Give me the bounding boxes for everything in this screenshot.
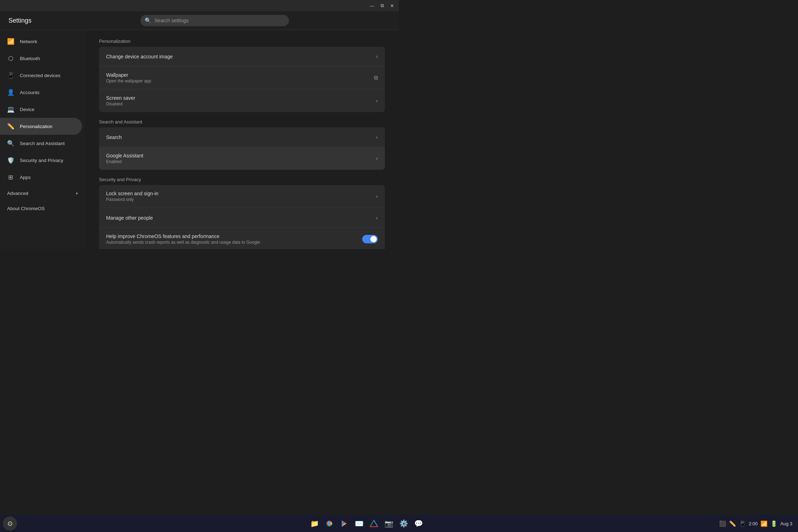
row-content-manage-other-people: Manage other people bbox=[106, 215, 372, 221]
row-sub-lock-screen: Password only bbox=[106, 197, 372, 202]
chevron-right-icon-4: › bbox=[376, 155, 378, 162]
personalization-card: Change device account image › Wallpaper … bbox=[99, 47, 385, 112]
search-icon: 🔍 bbox=[145, 17, 151, 24]
row-title-help-improve: Help improve ChromeOS features and perfo… bbox=[106, 233, 358, 239]
sidebar-item-about[interactable]: About ChromeOS bbox=[0, 201, 85, 216]
sidebar-item-connected-devices[interactable]: 📱 Connected devices bbox=[0, 67, 82, 84]
sidebar-item-apps[interactable]: ⊞ Apps bbox=[0, 169, 82, 186]
sidebar-item-device[interactable]: 💻 Device bbox=[0, 101, 82, 118]
row-change-device-account-image[interactable]: Change device account image › bbox=[99, 47, 385, 66]
sidebar-label-advanced: Advanced bbox=[7, 191, 28, 196]
body: 📶 Network ⬡ Bluetooth 📱 Connected device… bbox=[0, 30, 399, 249]
row-sub-google-assistant: Enabled bbox=[106, 159, 372, 164]
chevron-right-icon-3: › bbox=[376, 134, 378, 140]
laptop-icon: 💻 bbox=[7, 106, 14, 113]
app-container: Settings 🔍 📶 Network ⬡ Bluetooth 📱 Conne… bbox=[0, 11, 399, 249]
row-content-search: Search bbox=[106, 134, 372, 140]
row-title-search: Search bbox=[106, 134, 372, 140]
row-sub-screen-saver: Disabled bbox=[106, 102, 372, 106]
sidebar-label-connected-devices: Connected devices bbox=[20, 73, 60, 78]
row-title-lock-screen: Lock screen and sign-in bbox=[106, 191, 372, 196]
sidebar-label-search-and-assistant: Search and Assistant bbox=[20, 141, 65, 146]
sidebar-label-device: Device bbox=[20, 107, 34, 112]
row-content-help-improve: Help improve ChromeOS features and perfo… bbox=[106, 233, 358, 245]
row-sub-help-improve: Automatically sends crash reports as wel… bbox=[106, 240, 358, 245]
row-content-google-assistant: Google Assistant Enabled bbox=[106, 153, 372, 164]
search-bar-container: 🔍 bbox=[140, 15, 289, 26]
sidebar-item-network[interactable]: 📶 Network bbox=[0, 33, 82, 50]
sidebar-item-advanced[interactable]: Advanced ▾ bbox=[0, 186, 85, 201]
sidebar-item-accounts[interactable]: 👤 Accounts bbox=[0, 84, 82, 101]
row-help-improve[interactable]: Help improve ChromeOS features and perfo… bbox=[99, 228, 385, 249]
minimize-button[interactable]: — bbox=[368, 1, 376, 10]
row-title-wallpaper: Wallpaper bbox=[106, 72, 370, 78]
main-content: Personalization Change device account im… bbox=[85, 30, 399, 249]
chevron-right-icon-2: › bbox=[376, 98, 378, 104]
close-button[interactable]: ✕ bbox=[388, 1, 396, 10]
row-search[interactable]: Search › bbox=[99, 127, 385, 147]
sidebar-label-network: Network bbox=[20, 39, 37, 44]
row-title-change-device-account-image: Change device account image bbox=[106, 54, 372, 59]
sidebar: 📶 Network ⬡ Bluetooth 📱 Connected device… bbox=[0, 30, 85, 249]
toggle-help-improve[interactable] bbox=[362, 235, 378, 243]
row-content-screen-saver: Screen saver Disabled bbox=[106, 95, 372, 106]
row-google-assistant[interactable]: Google Assistant Enabled › bbox=[99, 147, 385, 170]
maximize-button[interactable]: ⧉ bbox=[378, 1, 386, 10]
search-nav-icon: 🔍 bbox=[7, 140, 14, 147]
wifi-icon: 📶 bbox=[7, 38, 14, 45]
row-title-google-assistant: Google Assistant bbox=[106, 153, 372, 158]
external-link-icon: ⧉ bbox=[374, 75, 378, 81]
sidebar-label-accounts: Accounts bbox=[20, 90, 40, 95]
sidebar-item-personalization[interactable]: ✏️ Personalization bbox=[0, 118, 82, 135]
sidebar-label-about: About ChromeOS bbox=[7, 206, 45, 211]
row-content-change-device-account-image: Change device account image bbox=[106, 54, 372, 59]
row-content-lock-screen: Lock screen and sign-in Password only bbox=[106, 191, 372, 202]
brush-icon: ✏️ bbox=[7, 123, 14, 130]
chevron-right-icon: › bbox=[376, 53, 378, 60]
sidebar-label-personalization: Personalization bbox=[20, 124, 52, 129]
toggle-slider-help-improve bbox=[362, 235, 378, 243]
search-input[interactable] bbox=[140, 15, 289, 26]
chevron-down-icon: ▾ bbox=[76, 191, 78, 196]
security-card: Lock screen and sign-in Password only › … bbox=[99, 185, 385, 249]
search-assistant-card: Search › Google Assistant Enabled › bbox=[99, 127, 385, 170]
section-title-security: Security and Privacy bbox=[99, 177, 385, 182]
row-screen-saver[interactable]: Screen saver Disabled › bbox=[99, 89, 385, 112]
row-title-screen-saver: Screen saver bbox=[106, 95, 372, 101]
person-icon: 👤 bbox=[7, 89, 14, 96]
sidebar-label-bluetooth: Bluetooth bbox=[20, 56, 40, 61]
sidebar-label-security: Security and Privacy bbox=[20, 158, 63, 163]
bluetooth-icon: ⬡ bbox=[7, 55, 14, 62]
header: Settings 🔍 bbox=[0, 11, 399, 30]
apps-icon: ⊞ bbox=[7, 174, 14, 181]
row-lock-screen[interactable]: Lock screen and sign-in Password only › bbox=[99, 185, 385, 208]
row-wallpaper[interactable]: Wallpaper Open the wallpaper app ⧉ bbox=[99, 66, 385, 89]
sidebar-item-bluetooth[interactable]: ⬡ Bluetooth bbox=[0, 50, 82, 67]
tablet-icon: 📱 bbox=[7, 72, 14, 79]
titlebar: — ⧉ ✕ bbox=[0, 0, 399, 11]
section-title-personalization: Personalization bbox=[99, 39, 385, 44]
shield-icon: 🛡️ bbox=[7, 157, 14, 164]
section-title-search-assistant: Search and Assistant bbox=[99, 119, 385, 125]
row-title-manage-other-people: Manage other people bbox=[106, 215, 372, 221]
chevron-right-icon-6: › bbox=[376, 215, 378, 221]
sidebar-item-security-and-privacy[interactable]: 🛡️ Security and Privacy bbox=[0, 152, 82, 169]
row-content-wallpaper: Wallpaper Open the wallpaper app bbox=[106, 72, 370, 83]
row-manage-other-people[interactable]: Manage other people › bbox=[99, 208, 385, 228]
chevron-right-icon-5: › bbox=[376, 193, 378, 200]
page-title: Settings bbox=[8, 17, 31, 24]
sidebar-label-apps: Apps bbox=[20, 175, 31, 180]
sidebar-item-search-and-assistant[interactable]: 🔍 Search and Assistant bbox=[0, 135, 82, 152]
row-sub-wallpaper: Open the wallpaper app bbox=[106, 79, 370, 83]
